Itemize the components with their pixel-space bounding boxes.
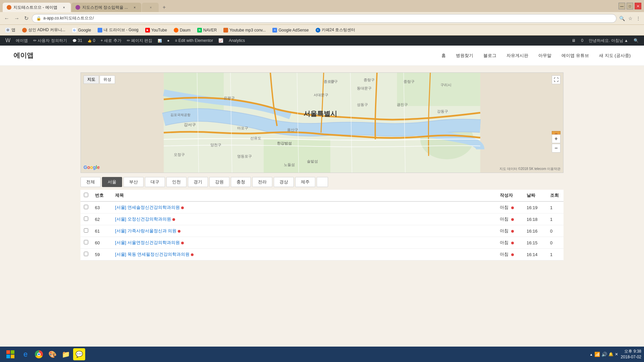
tray-volume-icon[interactable]: 🔊 — [601, 352, 607, 357]
row-checkbox-62[interactable] — [84, 217, 88, 221]
tab-2[interactable]: 지도스킨에 장소입력을 ... × — [71, 3, 142, 12]
wp-notifications[interactable]: 👍 0 — [85, 36, 98, 46]
row-checkbox-61[interactable] — [84, 228, 88, 233]
row-title-62[interactable]: [서울] 오정신건강의학과의원 — [112, 214, 496, 225]
tab-2-icon — [75, 5, 80, 10]
wp-analytics-icon[interactable]: 📈 — [216, 36, 226, 46]
tray-network-icon[interactable]: 📶 — [594, 352, 600, 357]
row-title-59[interactable]: [서울] 목동 연세필정신건강의학과의원 — [112, 249, 496, 260]
wp-customize[interactable]: ✏ 사용자 정의하기 — [31, 36, 70, 46]
region-extra[interactable] — [317, 177, 328, 187]
taskbar-paint-icon[interactable]: 🎨 — [46, 348, 58, 360]
region-gyeonggi[interactable]: 경기 — [188, 177, 208, 187]
map-zoom-in[interactable]: + — [552, 134, 560, 143]
wp-new-post[interactable]: + 새로 추가 — [98, 36, 124, 46]
row-author-59: 아침 — [496, 249, 523, 260]
row-link-61[interactable]: [서울] 가족사랑서울정신과 의원 — [115, 228, 176, 233]
row-link-60[interactable]: [서울] 서울연정신건강의학과의원 — [115, 240, 180, 245]
nav-board[interactable]: 자유게시판 — [506, 53, 528, 59]
tab-3[interactable]: × — [142, 3, 159, 12]
bookmark-naver[interactable]: N NAVER — [195, 27, 219, 33]
row-title-60[interactable]: [서울] 서울연정신건강의학과의원 — [112, 237, 496, 249]
region-jeolla[interactable]: 전라 — [252, 177, 272, 187]
nav-home[interactable]: 홈 — [441, 53, 446, 59]
map-type-satellite[interactable]: 위성 — [100, 75, 115, 84]
wp-elementor[interactable]: ≡ Edit with Elementor — [172, 36, 216, 46]
bookmark-adhd[interactable]: 성인 ADHD 커뮤니... — [19, 26, 68, 34]
bookmark-youtube[interactable]: ▶ YouTube — [143, 27, 170, 33]
map-zoom-out[interactable]: − — [552, 144, 560, 153]
close-button[interactable]: ✕ — [635, 3, 641, 9]
tab-1[interactable]: 지도테스트으으 - 에이앱 × — [3, 3, 71, 12]
refresh-button[interactable]: ↻ — [23, 14, 30, 23]
region-gyeongsang[interactable]: 경상 — [274, 177, 294, 187]
wp-site-name[interactable]: 에이앱 — [13, 36, 31, 46]
tab-2-close[interactable]: × — [132, 5, 137, 10]
nav-youtube[interactable]: 에이앱 유튜브 — [561, 53, 589, 59]
wp-stats-chart[interactable]: 📊 — [155, 36, 164, 46]
new-tab-button[interactable]: + — [159, 3, 169, 12]
wp-logo[interactable]: W — [3, 36, 13, 46]
region-jeju[interactable]: 제주 — [295, 177, 315, 187]
wp-analytics[interactable]: Analytics — [226, 36, 248, 46]
tab-1-close[interactable]: × — [61, 5, 67, 10]
row-checkbox-63[interactable] — [84, 205, 88, 209]
map-fullscreen-button[interactable]: ⛶ — [552, 75, 560, 84]
bookmark-daum[interactable]: Daum — [171, 27, 193, 33]
search-icon-button[interactable]: 🔍 — [619, 15, 626, 22]
start-button[interactable] — [3, 347, 18, 362]
map-type-map[interactable]: 지도 — [84, 75, 99, 84]
region-seoul[interactable]: 서울 — [102, 177, 122, 187]
tray-close-icon[interactable]: ✕ — [615, 352, 618, 357]
row-title-61[interactable]: [서울] 가족사랑서울정신과 의원 — [112, 225, 496, 237]
bookmark-ytmp3[interactable]: Youtube mp3 conv... — [221, 27, 268, 33]
wp-greeting[interactable]: 안녕하세요. 아침님 ▲ — [586, 38, 631, 44]
region-all[interactable]: 전체 — [80, 177, 101, 187]
row-link-59[interactable]: [서울] 목동 연세필정신건강의학과의원 — [115, 252, 190, 257]
wp-comments-count[interactable]: 💬 31 — [70, 36, 85, 46]
tab-3-close[interactable]: × — [148, 5, 153, 10]
minimize-button[interactable]: — — [619, 3, 625, 9]
taskbar-explorer-icon[interactable]: 📁 — [60, 348, 72, 360]
site-header: 에이앱 홈 병원찾기 블로그 자유게시판 아무말 에이앱 유튜브 새 지도 (공… — [0, 46, 644, 66]
nav-blog[interactable]: 블로그 — [483, 53, 496, 59]
bookmark-google[interactable]: G Google — [69, 27, 94, 33]
region-incheon[interactable]: 인천 — [166, 177, 186, 187]
wp-screen-options[interactable]: 🖥 — [569, 38, 578, 43]
bookmark-adsense[interactable]: A Google AdSense — [270, 27, 311, 33]
row-checkbox-60[interactable] — [84, 240, 88, 244]
wp-search-icon[interactable]: 🔍 — [631, 38, 641, 43]
row-title-63[interactable]: [서울] 연세솔정신건강의학과의원 — [112, 201, 496, 214]
taskbar-ie-icon[interactable]: e — [19, 348, 32, 360]
tray-notification-icon[interactable]: 🔔 — [608, 352, 613, 357]
wp-edit-page[interactable]: ✏ 페이지 편집 — [124, 36, 155, 46]
back-button[interactable]: ← — [3, 14, 11, 23]
site-logo[interactable]: 에이앱 — [13, 51, 441, 60]
bookmark-drive[interactable]: 내 드라이브 - Goog — [95, 26, 141, 34]
menu-icon-button[interactable]: ⋮ — [635, 15, 641, 22]
region-daegu[interactable]: 대구 — [145, 177, 165, 187]
row-link-63[interactable]: [서울] 연세솔정신건강의학과의원 — [115, 205, 180, 210]
bookmark-icon-button[interactable]: ☆ — [628, 15, 633, 22]
taskbar-time[interactable]: 오후 9:38 2018-07-02 — [621, 349, 641, 360]
svg-text:선유도: 선유도 — [250, 136, 261, 140]
maximize-button[interactable]: □ — [627, 3, 633, 9]
svg-text:강서구: 강서구 — [184, 122, 196, 127]
taskbar-kakaotalk-icon[interactable]: 💬 — [73, 348, 85, 360]
bookmark-cafe24[interactable]: C 카페24 호스팅센터 — [313, 26, 358, 34]
taskbar-chrome-icon[interactable] — [33, 348, 45, 360]
row-checkbox-59[interactable] — [84, 252, 88, 256]
region-gangwon[interactable]: 강원 — [209, 177, 229, 187]
address-bar[interactable]: 🔒 a-app.co.kr/지도테스트으으/ — [32, 14, 616, 23]
tray-up-arrow[interactable]: ▲ — [590, 353, 593, 356]
nav-newmap[interactable]: 새 지도 (공사중) — [599, 53, 631, 59]
region-chungcheong[interactable]: 충청 — [231, 177, 251, 187]
select-all-checkbox[interactable] — [84, 193, 88, 197]
nav-anything[interactable]: 아무말 — [538, 53, 551, 59]
bookmark-naver-label: NAVER — [203, 28, 217, 33]
nav-hospital[interactable]: 병원찾기 — [456, 53, 473, 59]
bookmark-apps[interactable]: ⚙ 앱 — [3, 26, 18, 34]
row-link-62[interactable]: [서울] 오정신건강의학과의원 — [115, 217, 171, 222]
region-busan[interactable]: 부산 — [123, 177, 144, 187]
forward-button[interactable]: → — [13, 14, 21, 23]
